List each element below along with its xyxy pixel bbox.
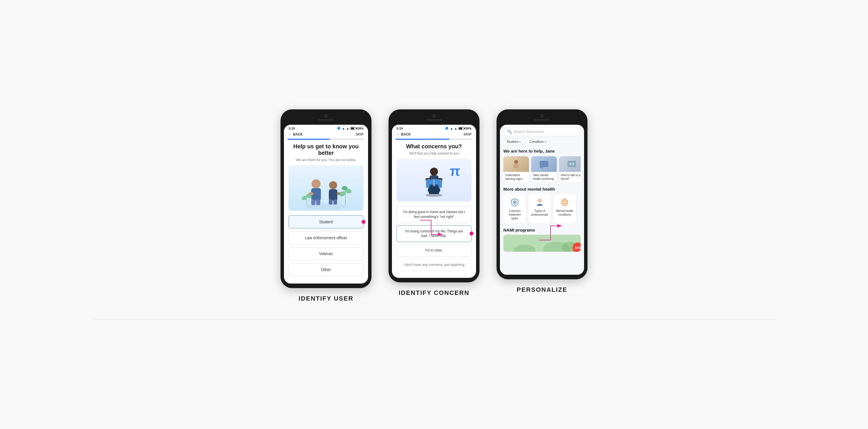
concern-4[interactable]: I don't have any concerns, just explorin…	[397, 259, 471, 271]
phone1-wrapper: 3:19 🔷 ▲ ▲ 59% ← BACK SKIP	[281, 109, 371, 302]
phone2-progress-bar	[395, 139, 473, 140]
shield-treatment-icon	[509, 197, 520, 207]
phone2-illustration: π	[397, 159, 471, 201]
option-student[interactable]: Student	[288, 216, 364, 228]
svg-point-43	[563, 201, 564, 202]
phone2-content: What concerns you? We'll find you help n…	[392, 143, 476, 278]
phone3: 🔍 Search Resources Student ▾ Condition ▾	[497, 109, 587, 279]
phone2-battery-pct: 59%	[465, 127, 471, 130]
concern-1[interactable]: I'm doing good in home and classes but I…	[397, 206, 471, 223]
svg-rect-31	[513, 164, 519, 168]
phone2-nav: ← BACK SKIP	[392, 131, 476, 139]
student-dot	[362, 220, 366, 224]
icon-card-text-2: Types of professionals	[530, 209, 549, 217]
phone3-screen: 🔍 Search Resources Student ▾ Condition ▾	[500, 125, 584, 275]
phone1-status-bar: 3:19 🔷 ▲ ▲ 59%	[284, 125, 368, 131]
icon-card-2[interactable]: Types of professionals	[528, 194, 551, 223]
filter-condition[interactable]: Condition ▾	[526, 138, 549, 145]
icon-card-text-3: Mental health conditions	[555, 209, 575, 217]
search-placeholder: Search Resources	[514, 130, 577, 134]
search-bar[interactable]: 🔍 Search Resources	[503, 127, 581, 136]
phone2-label: IDENTIFY CONCERN	[399, 289, 469, 297]
svg-point-35	[569, 163, 571, 165]
phone2-title: What concerns you?	[397, 143, 471, 150]
illustration-svg	[301, 171, 351, 211]
filter-student[interactable]: Student ▾	[503, 138, 524, 145]
wifi2-icon: ▲	[450, 127, 453, 130]
resource-card-img-2	[531, 156, 557, 172]
resource-card-text-1: Understand warning signs	[503, 172, 529, 182]
phone1-notch	[284, 114, 368, 123]
phone1-battery-icon	[350, 127, 356, 130]
back-label: BACK	[293, 132, 303, 136]
option-law[interactable]: Law enforcement officer	[288, 231, 364, 244]
wifi-icon: ▲	[342, 127, 345, 130]
option-other[interactable]: Other	[288, 263, 364, 276]
phone2-screen: 3:19 🔷 ▲ ▲ 59% ← BACK SKIP	[392, 125, 476, 278]
svg-point-44	[565, 201, 566, 202]
phone3-notch	[500, 114, 584, 123]
icon-cards-row: Common treatment types Types of profess	[503, 194, 581, 223]
phone1-label: IDENTIFY USER	[299, 295, 353, 302]
more-section-title: More about mental health	[503, 187, 581, 192]
icon-card-3[interactable]: Mental health conditions	[553, 194, 576, 223]
concern-2[interactable]: I'm losing control of my life. Things ar…	[397, 225, 471, 242]
nami-banner: SOS	[503, 235, 581, 252]
svg-point-19	[430, 168, 438, 175]
phone2-subtitle: We'll find you help nearest to you	[397, 152, 471, 156]
resource-cards-row: Understand warning signs Take mental hea…	[503, 156, 581, 182]
phone1-battery-pct: 59%	[357, 127, 364, 130]
svg-rect-10	[333, 199, 337, 204]
signal-icon: ▲	[346, 127, 349, 130]
svg-point-1	[311, 179, 320, 188]
chevron-student-icon: ▾	[519, 140, 521, 143]
svg-point-30	[514, 160, 518, 164]
phone1-camera	[324, 114, 328, 118]
sig2-icon: ▲	[454, 127, 457, 130]
phone2-back-btn[interactable]: ← BACK	[397, 132, 411, 136]
phone1-speaker	[317, 119, 335, 121]
phone3-label: PERSONALIZE	[517, 286, 567, 294]
back-arrow-icon: ←	[288, 132, 292, 136]
sos-button[interactable]: SOS	[573, 243, 581, 252]
concern2-dot	[469, 232, 473, 235]
resource-card-2[interactable]: Take mental health screening	[531, 156, 557, 182]
svg-point-29	[428, 186, 440, 194]
svg-rect-41	[539, 200, 540, 201]
phone1-nav: ← BACK SKIP	[284, 131, 368, 139]
resource-card-img-3	[559, 156, 581, 172]
person-prof-icon	[535, 197, 545, 207]
resource-card-1[interactable]: Understand warning signs	[503, 156, 529, 182]
bt2-icon: 🔷	[445, 126, 449, 130]
resource-card-3[interactable]: How to talk to a friend?	[559, 156, 581, 182]
phone1-content: Help us get to know you better We are th…	[284, 143, 368, 284]
pi-symbol: π	[450, 163, 460, 179]
bottom-divider	[91, 319, 776, 320]
phone2-status-bar: 3:19 🔷 ▲ ▲ 59%	[392, 125, 476, 131]
phone1-screen: 3:19 🔷 ▲ ▲ 59% ← BACK SKIP	[284, 125, 368, 284]
filter-row: Student ▾ Condition ▾	[503, 138, 581, 145]
phone2-skip-btn[interactable]: SKIP	[464, 132, 471, 136]
phone2-camera	[432, 114, 436, 118]
svg-point-42	[562, 199, 568, 206]
option-veteran[interactable]: Veteran	[288, 247, 364, 260]
chevron-condition-icon: ▾	[545, 140, 546, 143]
phone3-speaker	[533, 119, 551, 121]
svg-point-0	[305, 204, 347, 209]
svg-rect-7	[329, 189, 337, 201]
phone2-speaker	[426, 119, 442, 121]
resource-card-text-3: How to talk to a friend?	[559, 172, 581, 182]
phone1-time: 3:19	[288, 127, 295, 130]
phone2-status-right: 🔷 ▲ ▲ 59%	[445, 126, 471, 130]
back2-label: BACK	[401, 132, 411, 136]
hero-title: We are here to help, Jane	[503, 148, 581, 154]
phone1-back-btn[interactable]: ← BACK	[288, 132, 303, 136]
phone2-wrapper: 3:19 🔷 ▲ ▲ 59% ← BACK SKIP	[389, 109, 479, 297]
svg-point-36	[572, 163, 575, 165]
concern-3[interactable]: I'm in crisis.	[397, 244, 471, 257]
phone1-skip-btn[interactable]: SKIP	[355, 132, 364, 136]
phone1-progress-fill	[287, 139, 330, 140]
back2-arrow-icon: ←	[397, 132, 400, 136]
phone2-battery-icon	[459, 127, 464, 130]
icon-card-1[interactable]: Common treatment types	[503, 194, 526, 223]
